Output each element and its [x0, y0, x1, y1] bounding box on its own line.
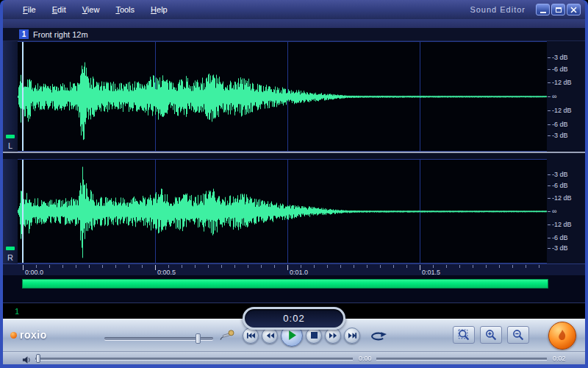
- db-label: -3 dB: [552, 54, 568, 61]
- ruler-tick: [23, 265, 24, 270]
- roxio-logo-text: roxio: [20, 329, 47, 341]
- close-icon: [570, 7, 577, 13]
- sound-editor-window: File Edit View Tools Help Sound Editor 1…: [0, 0, 588, 368]
- zoom-in-button[interactable]: [480, 326, 502, 344]
- db-label: -6 dB: [552, 182, 568, 189]
- db-label: -6 dB: [552, 121, 568, 128]
- db-label: -12 dB: [552, 221, 572, 228]
- elapsed-time-label: 0:00: [359, 355, 372, 362]
- minimize-icon: [540, 12, 546, 13]
- clip-name: Front right 12m: [33, 30, 88, 39]
- db-label: -3 dB: [552, 132, 568, 139]
- ruler-label: 0:00.0: [25, 269, 43, 276]
- play-icon: [288, 330, 296, 340]
- window-title: Sound Editor: [470, 5, 536, 14]
- selection-area: [3, 275, 585, 302]
- playback-cursor: [22, 42, 24, 151]
- minimize-button[interactable]: [536, 4, 550, 15]
- maximize-icon: [556, 7, 562, 13]
- zoom-in-icon: [485, 329, 497, 341]
- record-mic-icon[interactable]: [219, 329, 235, 344]
- waveform-area: L -3 dB -6 dB -12 dB ∞ -12 dB -6 dB -3 d…: [3, 41, 585, 302]
- channel-right-strip: R: [3, 159, 18, 263]
- db-label: ∞: [552, 208, 556, 215]
- toolbar-strip: [3, 19, 585, 28]
- zoom-buttons: [453, 326, 529, 344]
- roxio-logo: roxio: [10, 329, 47, 341]
- previous-icon: [246, 332, 256, 339]
- time-display-value: 0:02: [283, 313, 304, 324]
- channel-right-led: [6, 247, 15, 250]
- menu-tools[interactable]: Tools: [109, 3, 141, 16]
- ruler-tick: [287, 265, 288, 270]
- channel-left-strip: L: [3, 41, 18, 152]
- next-button[interactable]: [344, 328, 360, 344]
- zoom-selection-button[interactable]: [453, 326, 475, 344]
- window-controls: [536, 4, 581, 15]
- db-label: -6 dB: [552, 234, 568, 241]
- clip-number-badge: 1: [19, 29, 29, 39]
- menubar: File Edit View Tools Help: [16, 3, 174, 16]
- status-bar: 0:00 0:02: [3, 351, 585, 364]
- rewind-icon: [265, 332, 275, 339]
- db-scale-left: -3 dB -6 dB -12 dB ∞ -12 dB -6 dB -3 dB: [547, 41, 585, 152]
- transport-slider[interactable]: [104, 333, 213, 344]
- clip-header: 1 Front right 12m: [3, 28, 585, 41]
- transport-slider-handle[interactable]: [196, 333, 201, 344]
- db-label: ∞: [552, 93, 556, 100]
- ruler-label: 0:00.5: [157, 269, 176, 276]
- seek-slider-handle[interactable]: [36, 354, 40, 363]
- flame-icon: [556, 328, 568, 343]
- channel-right: R -3 dB -6 dB -12 dB ∞ -12 dB -6 dB -3 d…: [3, 159, 585, 263]
- burn-button[interactable]: [548, 322, 576, 350]
- db-label: -12 dB: [552, 194, 572, 202]
- db-label: -3 dB: [552, 244, 568, 252]
- zoom-out-icon: [512, 329, 524, 341]
- zoom-out-button[interactable]: [507, 326, 529, 344]
- zoom-selection-icon: [458, 329, 470, 341]
- channel-left: L -3 dB -6 dB -12 dB ∞ -12 dB -6 dB -3 d…: [3, 41, 585, 152]
- db-scale-right: -3 dB -6 dB -12 dB ∞ -12 dB -6 dB -3 dB: [547, 159, 585, 263]
- ruler-tick: [420, 265, 420, 270]
- db-label: -6 dB: [552, 66, 568, 73]
- roxio-logo-icon: [10, 332, 17, 339]
- db-label: -3 dB: [552, 171, 568, 178]
- menu-view[interactable]: View: [76, 3, 107, 16]
- maximize-button[interactable]: [551, 4, 565, 15]
- selection-bar[interactable]: [22, 279, 548, 289]
- channel-left-led: [6, 135, 15, 138]
- speaker-icon[interactable]: [22, 354, 32, 367]
- channel-divider: [3, 152, 585, 159]
- stop-icon: [311, 332, 318, 339]
- menu-edit[interactable]: Edit: [46, 3, 73, 16]
- loop-icon: [368, 331, 387, 342]
- channel-left-label: L: [8, 141, 12, 150]
- menu-file[interactable]: File: [16, 3, 43, 16]
- duration-groove[interactable]: [376, 358, 547, 360]
- seek-slider-groove[interactable]: [35, 358, 353, 360]
- close-button[interactable]: [567, 4, 581, 15]
- waveform-left[interactable]: [18, 41, 547, 152]
- menu-help[interactable]: Help: [144, 3, 174, 16]
- ruler-tick: [155, 265, 156, 270]
- loop-button[interactable]: [368, 331, 387, 344]
- ruler-label: 0:01.0: [290, 269, 308, 276]
- total-time-label: 0:02: [553, 355, 566, 362]
- time-display: 0:02: [243, 307, 345, 330]
- fast-forward-icon: [329, 332, 338, 339]
- playback-cursor: [22, 160, 24, 263]
- waveform-right[interactable]: [18, 159, 547, 263]
- ruler-label: 0:01.5: [422, 269, 440, 276]
- titlebar: File Edit View Tools Help Sound Editor: [3, 0, 585, 19]
- channel-right-label: R: [7, 253, 13, 262]
- time-ruler[interactable]: 0:00.0 0:00.5 0:01.0 0:01.5: [3, 263, 585, 275]
- db-label: -12 dB: [552, 79, 572, 86]
- clip-info-number: 1: [15, 307, 19, 316]
- next-icon: [348, 332, 357, 339]
- db-label: -12 dB: [552, 107, 572, 114]
